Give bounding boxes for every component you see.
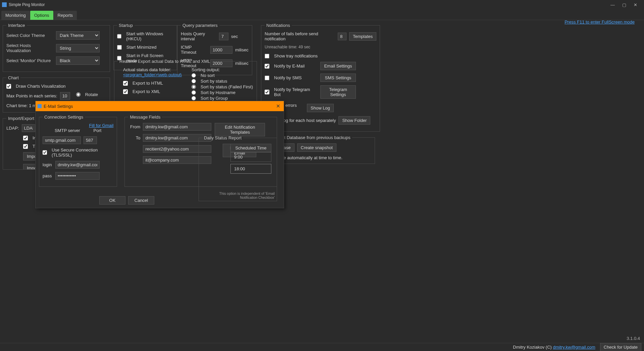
- hosts-vis-select[interactable]: String: [56, 44, 100, 52]
- monitor-pic-select[interactable]: Black: [56, 56, 100, 65]
- max-points-input[interactable]: [60, 92, 70, 100]
- draw-charts-checkbox[interactable]: [6, 84, 11, 89]
- start-min-label: Start Minimized: [126, 45, 157, 50]
- login-label: login: [43, 162, 53, 167]
- daily-legend: Daily Status Report: [202, 135, 243, 140]
- startup-legend: Startup: [117, 23, 135, 28]
- sms-settings-button[interactable]: SMS Settings: [320, 74, 356, 82]
- ldap-input[interactable]: [22, 124, 35, 132]
- folder-link[interactable]: <program_folder>\web-output\: [123, 72, 185, 77]
- sched-time-1[interactable]: 9:00: [230, 152, 271, 162]
- check-update-button[interactable]: Check for Update: [600, 343, 641, 351]
- export-xml-checkbox[interactable]: [123, 89, 128, 94]
- export-xml-label: Export to XML: [132, 89, 160, 94]
- icmp-label: ICMP Timeout: [181, 45, 208, 55]
- login-input[interactable]: [55, 161, 100, 169]
- fails-input[interactable]: [338, 33, 346, 40]
- from-label: From: [128, 124, 140, 129]
- fails-label: Number of fails before send notification: [265, 31, 335, 41]
- tab-monitoring[interactable]: Monitoring: [1, 11, 30, 20]
- sort-fail-radio[interactable]: [192, 85, 196, 89]
- smtp-input[interactable]: [43, 136, 81, 144]
- port-input[interactable]: [84, 136, 97, 144]
- email-settings-button[interactable]: Email Settings: [320, 62, 356, 70]
- dialog-title: E-Mail Settings: [44, 104, 275, 109]
- sms-checkbox[interactable]: [265, 76, 269, 80]
- color-theme-select[interactable]: Dark Theme: [56, 31, 100, 40]
- export-html-checkbox[interactable]: [123, 81, 128, 86]
- app-icon: [2, 2, 7, 7]
- snapshot-button[interactable]: Create snapshot: [297, 143, 336, 152]
- ssl-checkbox[interactable]: [43, 150, 47, 155]
- tray-label: Show tray notifications: [274, 53, 318, 58]
- icmp-input[interactable]: [210, 46, 232, 54]
- titlebar: Simple Ping Monitor — ▢ ✕: [0, 0, 644, 9]
- sort-status-label: Sort by status: [201, 79, 227, 84]
- sort-fail-label: Sort by status (Failed First): [201, 84, 253, 89]
- impexp-legend: Import/Export h: [6, 116, 40, 121]
- status-bar: Dmitry Koziakov (C) dmitry.kw@gmail.com …: [0, 343, 644, 351]
- fill-gmail-link[interactable]: Fill for Gmail: [89, 123, 113, 128]
- dialog-app-icon: [38, 104, 42, 108]
- inc-checkbox[interactable]: [23, 136, 28, 140]
- max-points-label: Max Points in each series:: [6, 93, 57, 98]
- start-windows-checkbox[interactable]: [117, 34, 121, 39]
- tab-reports[interactable]: Reports: [54, 11, 77, 20]
- author-email[interactable]: dmitry.kw@gmail.com: [553, 345, 595, 350]
- ldap-label: LDAP:: [6, 126, 19, 131]
- sort-label: Sorting output:: [192, 67, 253, 72]
- sort-host-radio[interactable]: [192, 90, 196, 95]
- sched-time-2[interactable]: 18:00: [230, 164, 271, 174]
- pass-input[interactable]: [55, 172, 100, 180]
- email-label: Notify by E-Mail: [274, 63, 318, 69]
- sort-status-radio[interactable]: [192, 79, 196, 83]
- chart-legend: Chart: [6, 75, 20, 80]
- start-min-checkbox[interactable]: [117, 45, 122, 50]
- interval-input[interactable]: [219, 33, 228, 40]
- tray-checkbox[interactable]: [265, 54, 269, 58]
- interface-legend: Interface: [6, 23, 27, 28]
- sched-header: Scheduled Time: [230, 144, 271, 152]
- tab-options[interactable]: Options: [30, 11, 53, 20]
- notif-legend: Notifications: [265, 23, 292, 28]
- close-icon[interactable]: ✕: [634, 2, 637, 7]
- templates-button[interactable]: Templates: [349, 32, 376, 41]
- sort-group-radio[interactable]: [192, 96, 196, 100]
- show-log-button[interactable]: Show Log: [307, 104, 334, 112]
- query-legend: Query parameters: [181, 23, 219, 28]
- minimize-icon[interactable]: —: [610, 2, 615, 7]
- ssl-label: Use Secure Connection (TLS/SSL): [52, 147, 113, 158]
- sms-label: Notify by SMS: [274, 75, 318, 80]
- export-legend: Realtime Export actual Data to HTML and …: [118, 59, 212, 64]
- ok-button[interactable]: OK: [99, 196, 125, 205]
- dialog-titlebar[interactable]: E-Mail Settings ✕: [36, 101, 284, 111]
- maximize-icon[interactable]: ▢: [622, 2, 626, 7]
- rotate-label: Rotate: [85, 92, 98, 97]
- version-label: 3.1.0.4: [627, 336, 640, 341]
- color-theme-label: Select Color Theme: [6, 33, 53, 38]
- to-label: To: [128, 135, 140, 140]
- cancel-button[interactable]: Cancel: [128, 196, 154, 205]
- port-label: Port: [94, 128, 102, 133]
- tg-settings-button[interactable]: Telegram Settings: [320, 85, 356, 99]
- draw-charts-label: Draw Charts Visualization: [16, 84, 66, 89]
- pass-label: pass: [43, 173, 53, 178]
- from-input[interactable]: [143, 123, 211, 131]
- tg-checkbox[interactable]: [265, 90, 269, 94]
- try-checkbox[interactable]: [23, 144, 28, 149]
- email-checkbox[interactable]: [265, 64, 269, 69]
- rotate-radio[interactable]: [76, 92, 80, 97]
- start-windows-label: Start with Windows (HKCU): [126, 31, 173, 41]
- edit-templates-button[interactable]: Edit Notification Templates: [215, 123, 265, 136]
- tab-bar: Monitoring Options Reports: [0, 9, 644, 20]
- show-folder-button[interactable]: Show Folder: [338, 116, 370, 125]
- author-label: Dmitry Koziakov (C) dmitry.kw@gmail.com: [513, 345, 595, 350]
- email-settings-dialog: E-Mail Settings ✕ Connection Settings Fi…: [35, 101, 284, 208]
- folder-label: Actual status data folder:: [123, 67, 185, 72]
- unreachable-label: Unreachable time: 49 sec: [265, 45, 376, 49]
- dialog-close-icon[interactable]: ✕: [275, 103, 282, 109]
- sort-no-radio[interactable]: [192, 73, 196, 78]
- fullscreen-hint[interactable]: Press F11 to enter FullScreen mode: [565, 19, 635, 25]
- conn-legend: Connection Settings: [43, 115, 85, 120]
- tg-label: Notify by Telegram Bot: [274, 87, 318, 97]
